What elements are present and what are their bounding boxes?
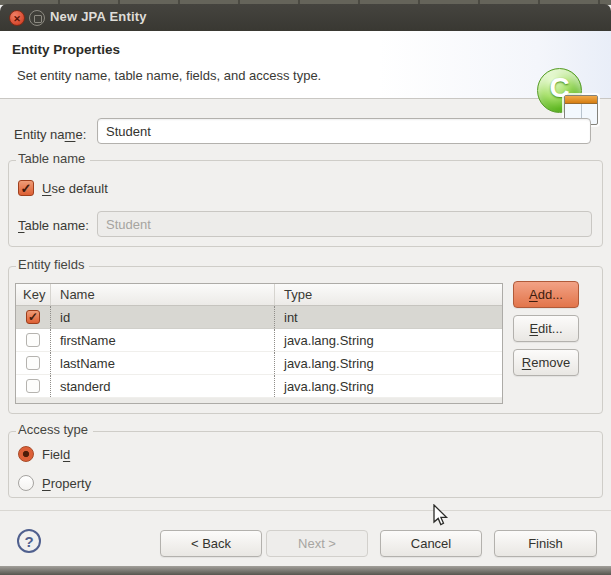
table-row[interactable]: standerd java.lang.String [16, 375, 502, 398]
restore-icon[interactable] [29, 10, 45, 26]
field-name-cell: standerd [50, 375, 274, 397]
entity-fields-group-legend: Entity fields [16, 257, 89, 272]
property-radio[interactable] [18, 475, 34, 491]
next-button[interactable]: Next > [266, 530, 368, 557]
access-type-group-legend: Access type [16, 422, 93, 437]
column-header-name[interactable]: Name [50, 284, 274, 305]
add-button[interactable]: Add... [513, 281, 579, 308]
close-icon[interactable] [9, 10, 25, 26]
key-checkbox[interactable] [26, 356, 40, 370]
titlebar[interactable]: New JPA Entity [0, 4, 611, 31]
field-radio-label[interactable]: Field [42, 447, 70, 462]
key-checkbox[interactable] [26, 333, 40, 347]
banner-title: Entity Properties [12, 42, 120, 57]
table-name-group-legend: Table name [16, 151, 90, 166]
finish-button[interactable]: Finish [494, 530, 597, 557]
window-title: New JPA Entity [50, 9, 147, 24]
use-default-label[interactable]: Use default [42, 181, 108, 196]
table-row[interactable]: id int [16, 306, 502, 329]
column-header-type[interactable]: Type [274, 284, 502, 305]
cancel-button[interactable]: Cancel [380, 530, 482, 557]
field-name-cell: firstName [50, 329, 274, 351]
field-name-cell: id [50, 306, 274, 328]
mouse-cursor [430, 504, 452, 528]
table-row[interactable]: firstName java.lang.String [16, 329, 502, 352]
field-type-cell: java.lang.String [274, 329, 502, 351]
edit-button[interactable]: Edit... [513, 315, 579, 342]
footer-separator [0, 510, 611, 511]
use-default-checkbox[interactable] [18, 180, 34, 196]
remove-button[interactable]: Remove [513, 349, 579, 376]
window-bottom-edge [0, 566, 611, 575]
entity-name-input[interactable] [97, 118, 591, 144]
property-radio-label[interactable]: Property [42, 476, 91, 491]
table-header-row: Key Name Type [16, 284, 502, 306]
field-type-cell: java.lang.String [274, 352, 502, 374]
help-button[interactable]: ? [17, 529, 41, 553]
table-name-input[interactable] [97, 211, 592, 237]
field-name-cell: lastName [50, 352, 274, 374]
new-jpa-entity-dialog: New JPA Entity Entity Properties Set ent… [0, 0, 611, 575]
key-checkbox[interactable] [26, 379, 40, 393]
entity-fields-table[interactable]: Key Name Type id int firstName java.lang… [15, 283, 503, 404]
entity-name-label: Entity name: [14, 127, 86, 142]
column-header-key[interactable]: Key [16, 284, 50, 305]
key-checkbox[interactable] [26, 310, 40, 324]
field-radio[interactable] [18, 446, 34, 462]
field-type-cell: java.lang.String [274, 375, 502, 397]
wizard-banner: Entity Properties Set entity name, table… [0, 31, 611, 99]
banner-subtitle: Set entity name, table name, fields, and… [17, 68, 321, 83]
table-name-label: Table name: [18, 218, 89, 233]
table-row[interactable]: lastName java.lang.String [16, 352, 502, 375]
back-button[interactable]: < Back [160, 530, 262, 557]
access-type-group: Access type [8, 431, 603, 498]
field-type-cell: int [274, 306, 502, 328]
